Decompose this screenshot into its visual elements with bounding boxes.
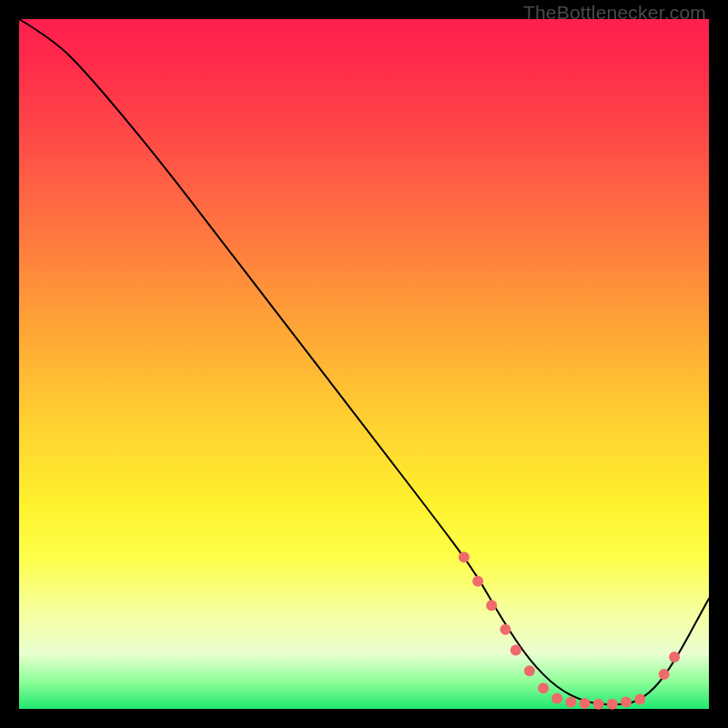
data-marker [659, 669, 670, 680]
curve-layer [19, 19, 709, 709]
data-marker [669, 652, 680, 662]
data-marker [621, 696, 632, 707]
data-marker [607, 699, 618, 710]
data-marker [634, 693, 645, 704]
data-marker [459, 551, 470, 562]
data-marker [500, 624, 511, 635]
data-marker [538, 682, 549, 693]
plot-area [19, 19, 709, 709]
data-marker [580, 698, 591, 709]
data-marker [486, 600, 497, 611]
chart-frame: TheBottlenecker.com [0, 0, 728, 728]
data-marker [593, 699, 604, 710]
data-marker [511, 645, 521, 656]
attribution-label: TheBottlenecker.com [523, 2, 706, 24]
bottleneck-curve [19, 19, 709, 704]
data-marker [472, 576, 483, 587]
data-marker [524, 665, 535, 676]
data-marker [565, 696, 576, 707]
data-markers [459, 551, 680, 710]
data-marker [551, 693, 562, 704]
